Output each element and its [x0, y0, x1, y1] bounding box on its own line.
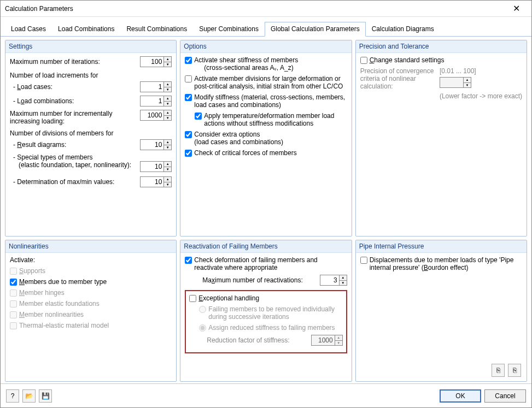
special-members-label: - Special types of members (elastic foun…: [13, 153, 140, 169]
reactiv-header: Reactivation of Failing Members: [180, 240, 351, 253]
member-div-checkbox[interactable]: [185, 75, 192, 82]
elastic-checkbox: [10, 300, 17, 308]
change-settings-label: Change standard settings: [370, 56, 522, 64]
max-iterations-label: Maximum number of iterations:: [10, 58, 140, 66]
elastic-label: Member elastic foundations: [19, 300, 172, 308]
check-deform-checkbox[interactable]: [185, 257, 192, 264]
load-cases-label: - Load cases:: [13, 83, 140, 91]
maxmin-input[interactable]: [140, 176, 164, 187]
ok-button[interactable]: OK: [440, 389, 481, 403]
spin-down-icon[interactable]: ▼: [164, 145, 171, 150]
max-incr-spinner[interactable]: ▲▼: [140, 110, 172, 121]
exceptional-label: Exceptional handling: [198, 294, 342, 302]
spin-down-icon[interactable]: ▼: [164, 116, 171, 121]
result-diagrams-spinner[interactable]: ▲▼: [140, 139, 172, 150]
spin-up-icon[interactable]: ▲: [340, 275, 347, 281]
consider-checkbox[interactable]: [185, 131, 192, 138]
tabs: Load Cases Load Combinations Result Comb…: [1, 17, 531, 37]
toolbar-icon-2[interactable]: ⎘: [508, 364, 521, 377]
tab-load-cases[interactable]: Load Cases: [5, 22, 52, 37]
hinges-label: Member hinges: [19, 289, 172, 297]
increments-header: Number of load increments for: [10, 72, 172, 79]
spin-up-icon[interactable]: ▲: [164, 162, 171, 167]
thermal-label: Thermal-elastic material model: [19, 322, 172, 329]
spin-up-icon: ▲: [335, 335, 342, 341]
spin-down-icon[interactable]: ▼: [340, 281, 347, 286]
cancel-button[interactable]: Cancel: [484, 389, 526, 403]
spin-down-icon[interactable]: ▼: [164, 167, 171, 172]
spin-down-icon[interactable]: ▼: [164, 102, 171, 107]
max-incr-label: Maximum number for incrementally increas…: [10, 110, 140, 125]
memnon-checkbox: [10, 311, 17, 318]
memnon-label: Member nonlinearities: [19, 311, 172, 318]
max-iterations-input[interactable]: [140, 56, 164, 67]
spin-down-icon: ▼: [464, 83, 471, 88]
special-members-input[interactable]: [140, 161, 164, 172]
exceptional-highlight: Exceptional handling Failing members to …: [185, 290, 347, 353]
members-label: Members due to member type: [19, 278, 172, 286]
maxmin-label: - Determination of max/min values:: [13, 178, 140, 186]
precision-input: [440, 77, 464, 88]
spin-up-icon[interactable]: ▲: [164, 82, 171, 87]
save-icon[interactable]: 💾: [39, 389, 52, 403]
maxmin-spinner[interactable]: ▲▼: [140, 176, 172, 187]
critical-checkbox[interactable]: [185, 150, 192, 157]
conv-label: Precision of convergence criteria of non…: [360, 67, 434, 100]
precision-spinner: ▲▼: [440, 77, 522, 88]
spin-up-icon[interactable]: ▲: [164, 96, 171, 102]
special-members-spinner[interactable]: ▲▼: [140, 161, 172, 172]
reduction-label: Reduction factor of stiffness:: [207, 336, 311, 344]
max-react-spinner[interactable]: ▲▼: [320, 275, 347, 286]
spin-down-icon[interactable]: ▼: [164, 182, 171, 187]
load-comb-input[interactable]: [140, 96, 164, 107]
tab-super-combinations[interactable]: Super Combinations: [193, 22, 265, 37]
apply-label: Apply temperature/deformation member loa…: [204, 112, 347, 127]
max-iterations-spinner[interactable]: ▲▼: [140, 56, 172, 67]
thermal-checkbox: [10, 322, 17, 329]
help-icon[interactable]: ?: [6, 389, 19, 403]
spin-up-icon: ▲: [464, 78, 471, 83]
result-diagrams-label: - Result diagrams:: [13, 141, 140, 149]
max-incr-input[interactable]: [140, 110, 164, 121]
tab-global-calculation-parameters[interactable]: Global Calculation Parameters: [265, 22, 366, 37]
spin-up-icon[interactable]: ▲: [164, 140, 171, 145]
tab-load-combinations[interactable]: Load Combinations: [52, 22, 120, 37]
hinges-checkbox: [10, 289, 17, 297]
spin-up-icon[interactable]: ▲: [164, 177, 171, 182]
supports-checkbox: [10, 268, 17, 275]
max-react-input[interactable]: [320, 275, 340, 286]
members-checkbox[interactable]: [10, 279, 17, 286]
precision-header: Precision and Tolerance: [356, 40, 527, 53]
close-button[interactable]: ✕: [505, 1, 527, 16]
spin-down-icon[interactable]: ▼: [164, 62, 171, 67]
exceptional-checkbox[interactable]: [189, 295, 196, 302]
divisions-header: Number of divisions of members for: [10, 129, 172, 137]
supports-label: Supports: [19, 267, 172, 275]
spin-up-icon[interactable]: ▲: [164, 57, 171, 62]
open-icon[interactable]: 📂: [22, 389, 36, 403]
spin-down-icon[interactable]: ▼: [164, 87, 171, 92]
displacements-checkbox[interactable]: [360, 257, 367, 264]
dialog-title: Calculation Parameters: [5, 5, 505, 13]
modify-label: Modify stiffness (material, cross-sectio…: [194, 93, 347, 109]
spin-up-icon[interactable]: ▲: [164, 110, 171, 116]
tab-calculation-diagrams[interactable]: Calculation Diagrams: [366, 22, 440, 37]
load-cases-input[interactable]: [140, 81, 164, 92]
precision-panel: Precision and Tolerance Change standard …: [355, 40, 527, 236]
precision-hint: (Lower factor -> more exact): [440, 92, 522, 100]
shear-label: Activate shear stiffness of members(cros…: [194, 56, 347, 72]
tab-result-combinations[interactable]: Result Combinations: [120, 22, 193, 37]
reduction-input: [311, 335, 335, 346]
apply-checkbox[interactable]: [195, 113, 202, 120]
activate-label: Activate:: [10, 256, 172, 264]
fail-reduce-label: Assign reduced stiffness to failing memb…: [208, 324, 335, 332]
load-cases-spinner[interactable]: ▲▼: [140, 81, 172, 92]
shear-checkbox[interactable]: [185, 57, 192, 64]
modify-checkbox[interactable]: [185, 94, 192, 101]
change-settings-checkbox[interactable]: [360, 57, 367, 64]
load-comb-spinner[interactable]: ▲▼: [140, 96, 172, 107]
result-diagrams-input[interactable]: [140, 139, 164, 150]
fail-remove-radio: [199, 306, 206, 313]
toolbar-icon-1[interactable]: ⎘: [492, 364, 505, 377]
consider-label: Consider extra options(load cases and co…: [194, 131, 347, 146]
